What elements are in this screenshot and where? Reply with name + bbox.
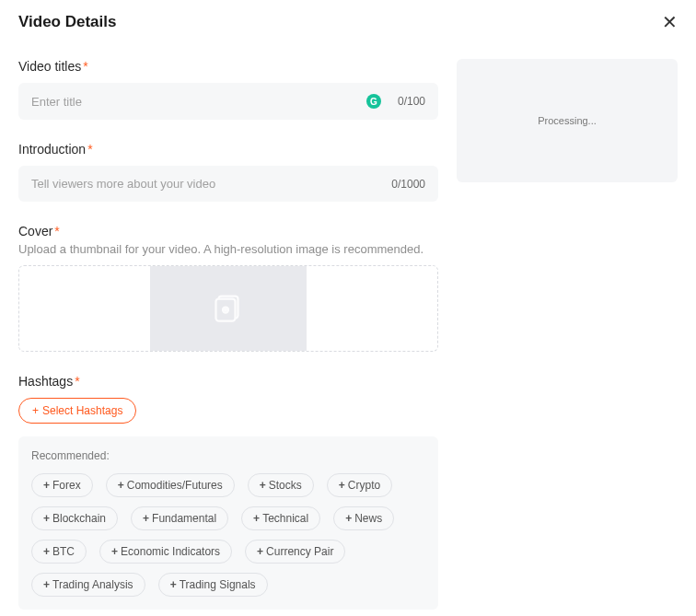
plus-icon: + <box>43 545 50 558</box>
hashtag-chip[interactable]: +Fundamental <box>131 506 228 530</box>
hashtag-chip-label: Trading Analysis <box>52 578 133 591</box>
video-title-label: Video titles* <box>18 59 438 74</box>
plus-icon: + <box>345 512 352 525</box>
grammarly-icon[interactable]: G <box>366 94 381 109</box>
plus-icon: + <box>143 512 149 525</box>
hashtag-chip-label: Currency Pair <box>266 545 333 558</box>
plus-icon: + <box>111 545 118 558</box>
hashtag-chip[interactable]: +News <box>333 506 394 530</box>
hashtag-chip[interactable]: +Economic Indicators <box>99 540 232 564</box>
hashtag-chip-label: Economic Indicators <box>121 545 220 558</box>
hashtag-chip[interactable]: +Trading Analysis <box>31 573 145 597</box>
images-icon <box>212 292 245 325</box>
cover-label: Cover* <box>18 224 438 238</box>
select-hashtags-button[interactable]: + Select Hashtags <box>18 398 136 424</box>
hashtag-chip[interactable]: +Technical <box>241 506 320 530</box>
hashtag-chip-label: Comodities/Futures <box>127 479 223 492</box>
hashtag-chip[interactable]: +Comodities/Futures <box>106 473 235 497</box>
cover-help-text: Upload a thumbnail for your video. A hig… <box>18 242 438 256</box>
video-title-input-wrap: G 0/100 <box>18 83 438 120</box>
plus-icon: + <box>339 479 345 492</box>
hashtag-chip[interactable]: +Currency Pair <box>245 540 345 564</box>
introduction-input-wrap: 0/1000 <box>18 166 438 202</box>
video-title-input[interactable] <box>31 95 366 109</box>
plus-icon: + <box>260 479 266 492</box>
introduction-label: Introduction* <box>18 142 438 157</box>
plus-icon: + <box>43 512 50 525</box>
introduction-input[interactable] <box>31 177 384 191</box>
hashtag-chip-label: Blockchain <box>52 512 106 525</box>
plus-icon: + <box>32 404 39 417</box>
hashtag-chip-label: Stocks <box>269 479 302 492</box>
svg-point-3 <box>225 309 226 311</box>
hashtag-chip[interactable]: +Forex <box>31 473 93 497</box>
processing-status-text: Processing... <box>538 115 597 126</box>
hashtag-chip-label: Forex <box>52 479 81 492</box>
hashtag-chip[interactable]: +Blockchain <box>31 506 118 530</box>
hashtag-chip[interactable]: +Stocks <box>248 473 314 497</box>
hashtag-chip-label: News <box>354 512 382 525</box>
title-char-counter: 0/100 <box>398 95 425 108</box>
hashtag-chip-label: Technical <box>262 512 308 525</box>
plus-icon: + <box>253 512 260 525</box>
hashtag-chip-label: BTC <box>52 545 75 558</box>
plus-icon: + <box>257 545 263 558</box>
plus-icon: + <box>170 578 177 591</box>
plus-icon: + <box>43 479 50 492</box>
hashtag-chip-label: Fundamental <box>152 512 216 525</box>
close-icon[interactable]: ✕ <box>662 13 678 31</box>
cover-upload-area[interactable] <box>18 265 438 352</box>
hashtag-chip[interactable]: +BTC <box>31 540 87 564</box>
plus-icon: + <box>43 578 50 591</box>
hashtag-chip[interactable]: +Crypto <box>327 473 392 497</box>
recommended-label: Recommended: <box>31 449 425 462</box>
recommended-hashtags-panel: Recommended: +Forex+Comodities/Futures+S… <box>18 436 438 610</box>
hashtag-chip-label: Trading Signals <box>180 578 256 591</box>
hashtag-chip[interactable]: +Trading Signals <box>158 573 268 597</box>
video-preview-panel: Processing... <box>457 59 678 182</box>
intro-char-counter: 0/1000 <box>391 178 425 191</box>
plus-icon: + <box>118 479 124 492</box>
hashtags-label: Hashtags* <box>18 374 438 389</box>
hashtag-chip-label: Crypto <box>348 479 380 492</box>
page-title: Video Details <box>18 13 116 31</box>
